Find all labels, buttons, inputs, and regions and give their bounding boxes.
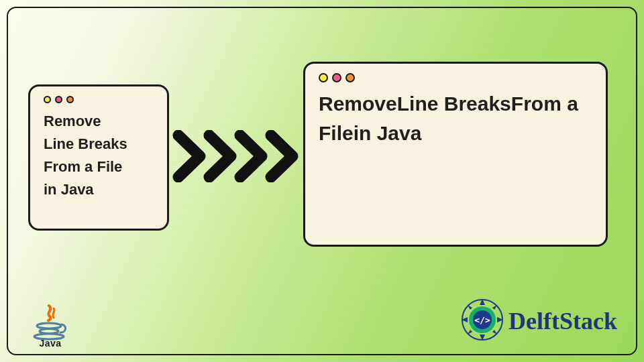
svg-point-1 [40,329,58,334]
dot-yellow-icon [319,73,328,82]
java-logo: Java [27,304,74,349]
svg-marker-10 [492,330,497,335]
java-cup-icon [27,304,74,339]
svg-point-0 [37,323,61,328]
svg-point-2 [34,334,64,339]
after-card: RemoveLine BreaksFrom a Filein Java [303,62,608,247]
dot-pink-icon [332,73,341,82]
dot-orange-icon [345,73,355,82]
before-card: Remove Line Breaks From a File in Java [28,84,169,231]
window-dots [44,96,154,103]
arrow-chevrons-icon [170,130,305,182]
dot-pink-icon [55,96,62,103]
dot-yellow-icon [44,96,51,103]
svg-marker-11 [468,330,472,335]
after-text: RemoveLine BreaksFrom a Filein Java [319,89,592,147]
delftstack-logo: </> DelftStack [460,298,617,345]
svg-marker-8 [492,305,497,310]
delftstack-name: DelftStack [508,307,617,335]
dot-orange-icon [66,96,74,103]
svg-text:</>: </> [474,315,490,325]
window-dots [319,73,592,82]
svg-marker-9 [468,305,472,310]
before-text: Remove Line Breaks From a File in Java [44,110,154,201]
delftstack-emblem-icon: </> [460,298,504,345]
